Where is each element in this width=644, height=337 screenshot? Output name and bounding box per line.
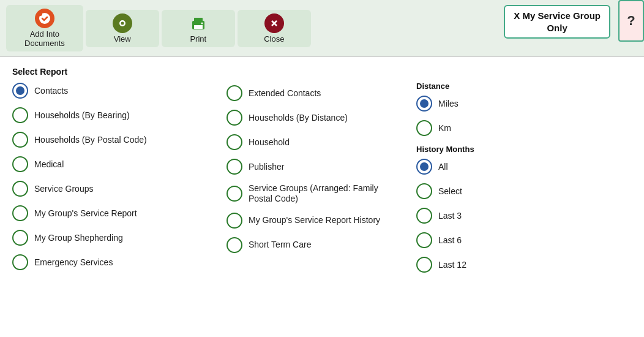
close-x[interactable]: X: [514, 10, 520, 21]
radio-last-6-label: Last 6: [438, 235, 462, 246]
radio-km[interactable]: Km: [416, 120, 632, 136]
radio-households-by-postal-code-circle: [12, 132, 28, 148]
radio-publisher-circle: [227, 159, 242, 175]
radio-short-term-care-circle: [227, 237, 242, 253]
add-into-documents-label: Add IntoDocuments: [24, 29, 65, 48]
radio-households-by-distance-label: Households (By Distance): [249, 113, 348, 123]
mid-column: Extended Contacts Households (By Distanc…: [208, 67, 398, 281]
radio-extended-contacts-circle: [227, 85, 242, 101]
help-button[interactable]: ?: [618, 0, 644, 42]
radio-households-by-distance-circle: [227, 110, 242, 126]
radio-households-by-bearing[interactable]: Households (By Bearing): [12, 107, 208, 123]
radio-short-term-care-label: Short Term Care: [249, 240, 311, 250]
radio-select-circle: [416, 183, 432, 199]
history-months-label: History Months: [416, 145, 632, 154]
radio-last-3[interactable]: Last 3: [416, 208, 632, 224]
history-months-section: History Months All Select Last 3 Last 6 …: [416, 145, 632, 273]
radio-medical[interactable]: Medical: [12, 156, 208, 172]
radio-medical-circle: [12, 156, 28, 172]
radio-medical-label: Medical: [34, 159, 64, 170]
radio-service-groups-arranged-circle: [227, 186, 242, 202]
radio-service-groups-circle: [12, 181, 28, 197]
radio-service-groups[interactable]: Service Groups: [12, 181, 208, 197]
radio-publisher-label: Publisher: [249, 162, 284, 172]
radio-my-group-shepherding-label: My Group Shepherding: [34, 233, 123, 243]
radio-emergency-services[interactable]: Emergency Services: [12, 254, 208, 270]
add-into-documents-icon: [35, 9, 54, 28]
radio-my-groups-service-report-history-label: My Group's Service Report History: [249, 215, 380, 225]
radio-households-by-postal-code[interactable]: Households (By Postal Code): [12, 132, 208, 148]
radio-km-label: Km: [438, 123, 451, 134]
radio-publisher[interactable]: Publisher: [227, 159, 398, 175]
close-label: Close: [264, 34, 284, 44]
view-label: View: [114, 34, 131, 44]
print-label: Print: [190, 34, 206, 44]
radio-km-circle: [416, 120, 432, 136]
radio-household[interactable]: Household: [227, 134, 398, 150]
radio-last-3-circle: [416, 208, 432, 224]
radio-my-group-shepherding[interactable]: My Group Shepherding: [12, 230, 208, 246]
close-icon: [264, 13, 284, 33]
radio-household-circle: [227, 134, 242, 150]
radio-contacts-circle: [12, 83, 28, 99]
radio-select-label: Select: [438, 186, 462, 197]
radio-households-by-bearing-label: Households (By Bearing): [34, 110, 130, 121]
radio-last-6[interactable]: Last 6: [416, 232, 632, 248]
radio-households-by-distance[interactable]: Households (By Distance): [227, 110, 398, 126]
radio-extended-contacts[interactable]: Extended Contacts: [227, 85, 398, 101]
svg-point-4: [121, 21, 124, 25]
print-icon: [189, 13, 208, 33]
radio-household-label: Household: [249, 137, 290, 148]
radio-last-12-circle: [416, 257, 432, 273]
radio-households-by-bearing-circle: [12, 107, 28, 123]
svg-point-1: [39, 12, 42, 16]
close-button[interactable]: Close: [238, 10, 311, 47]
radio-select[interactable]: Select: [416, 183, 632, 199]
view-button[interactable]: View: [86, 10, 159, 47]
radio-short-term-care[interactable]: Short Term Care: [227, 237, 398, 253]
radio-last-3-label: Last 3: [438, 211, 462, 221]
left-column: Select Report Contacts Households (By Be…: [12, 67, 208, 281]
radio-contacts[interactable]: Contacts: [12, 83, 208, 99]
service-group-banner: X My Service GroupOnly: [504, 5, 610, 39]
radio-service-groups-arranged-label: Service Groups (Arranged: Family Postal …: [249, 183, 398, 204]
radio-miles-circle: [416, 96, 432, 112]
view-icon: [113, 13, 132, 33]
radio-my-groups-service-report-circle: [12, 205, 28, 221]
print-button[interactable]: Print: [162, 10, 235, 47]
radio-my-groups-service-report[interactable]: My Group's Service Report: [12, 205, 208, 221]
radio-service-groups-arranged[interactable]: Service Groups (Arranged: Family Postal …: [227, 183, 398, 204]
distance-label: Distance: [416, 81, 632, 91]
radio-contacts-label: Contacts: [34, 86, 68, 96]
radio-my-group-shepherding-circle: [12, 230, 28, 246]
help-label: ?: [627, 13, 635, 29]
select-report-label: Select Report: [12, 67, 208, 77]
radio-my-groups-service-report-history[interactable]: My Group's Service Report History: [227, 213, 398, 229]
add-into-documents-button[interactable]: Add IntoDocuments: [6, 5, 83, 51]
radio-last-12[interactable]: Last 12: [416, 257, 632, 273]
radio-emergency-services-circle: [12, 254, 28, 270]
radio-emergency-services-label: Emergency Services: [34, 257, 113, 268]
radio-service-groups-label: Service Groups: [34, 184, 93, 194]
radio-all[interactable]: All: [416, 159, 632, 175]
radio-my-groups-service-report-history-circle: [227, 213, 242, 229]
radio-miles-label: Miles: [438, 99, 459, 109]
radio-households-by-postal-code-label: Households (By Postal Code): [34, 135, 147, 145]
radio-my-groups-service-report-label: My Group's Service Report: [34, 208, 137, 219]
toolbar: Add IntoDocuments View Print Close X My …: [0, 0, 644, 57]
svg-point-8: [201, 22, 203, 24]
main-content: Select Report Contacts Households (By Be…: [0, 57, 644, 287]
radio-last-6-circle: [416, 232, 432, 248]
radio-all-label: All: [438, 162, 448, 172]
radio-miles[interactable]: Miles: [416, 96, 632, 112]
service-group-text: My Service GroupOnly: [522, 10, 601, 33]
right-column: Distance Miles Km History Months All Sel…: [398, 67, 632, 281]
svg-rect-6: [194, 18, 203, 23]
radio-last-12-label: Last 12: [438, 260, 466, 270]
svg-rect-7: [194, 25, 203, 29]
radio-all-circle: [416, 159, 432, 175]
radio-extended-contacts-label: Extended Contacts: [249, 88, 321, 99]
